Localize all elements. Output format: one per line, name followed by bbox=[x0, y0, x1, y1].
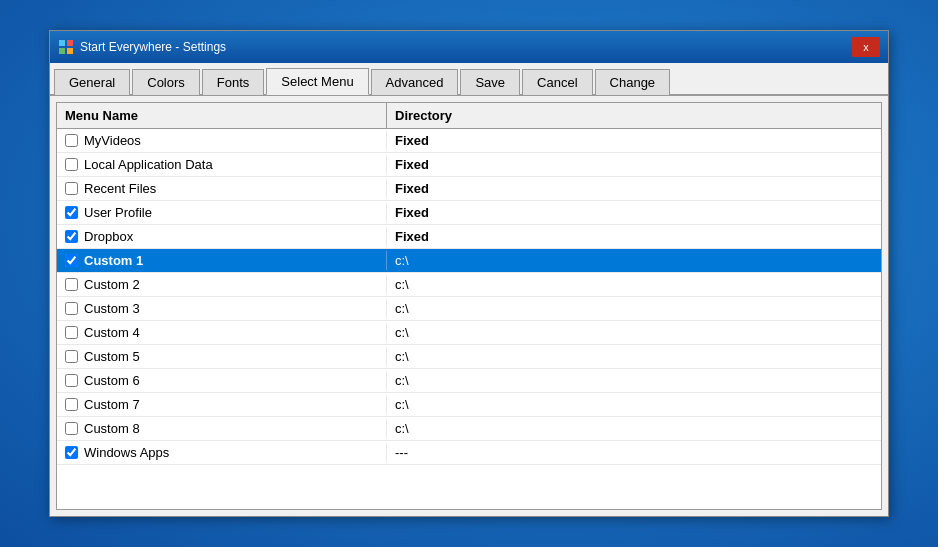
row-checkbox[interactable] bbox=[65, 302, 78, 315]
row-check-cell: Custom 2 bbox=[57, 275, 387, 294]
row-check-cell: Custom 7 bbox=[57, 395, 387, 414]
main-window: Start Everywhere - Settings x General Co… bbox=[49, 30, 889, 517]
row-checkbox[interactable] bbox=[65, 326, 78, 339]
window-title: Start Everywhere - Settings bbox=[80, 40, 852, 54]
row-menu-name: MyVideos bbox=[84, 133, 141, 148]
row-menu-name: Windows Apps bbox=[84, 445, 169, 460]
row-directory: c:\ bbox=[387, 299, 881, 318]
row-directory: Fixed bbox=[387, 227, 881, 246]
row-menu-name: User Profile bbox=[84, 205, 152, 220]
row-menu-name: Custom 4 bbox=[84, 325, 140, 340]
close-button[interactable]: x bbox=[852, 37, 880, 57]
row-directory: c:\ bbox=[387, 419, 881, 438]
row-check-cell: Dropbox bbox=[57, 227, 387, 246]
row-checkbox[interactable] bbox=[65, 350, 78, 363]
table-row[interactable]: Recent FilesFixed bbox=[57, 177, 881, 201]
table-row[interactable]: MyVideosFixed bbox=[57, 129, 881, 153]
row-directory: c:\ bbox=[387, 395, 881, 414]
save-button[interactable]: Save bbox=[460, 69, 520, 95]
table-row[interactable]: DropboxFixed bbox=[57, 225, 881, 249]
row-check-cell: Custom 8 bbox=[57, 419, 387, 438]
tab-general[interactable]: General bbox=[54, 69, 130, 95]
row-menu-name: Recent Files bbox=[84, 181, 156, 196]
app-icon bbox=[58, 39, 74, 55]
col-directory-header: Directory bbox=[387, 103, 881, 128]
row-check-cell: User Profile bbox=[57, 203, 387, 222]
row-check-cell: Custom 5 bbox=[57, 347, 387, 366]
row-check-cell: Custom 3 bbox=[57, 299, 387, 318]
tab-bar: General Colors Fonts Select Menu Advance… bbox=[50, 63, 888, 96]
row-checkbox[interactable] bbox=[65, 182, 78, 195]
row-menu-name: Custom 8 bbox=[84, 421, 140, 436]
tab-fonts[interactable]: Fonts bbox=[202, 69, 265, 95]
row-menu-name: Custom 7 bbox=[84, 397, 140, 412]
row-check-cell: Local Application Data bbox=[57, 155, 387, 174]
row-checkbox[interactable] bbox=[65, 278, 78, 291]
row-menu-name: Custom 6 bbox=[84, 373, 140, 388]
change-button[interactable]: Change bbox=[595, 69, 671, 95]
svg-rect-0 bbox=[59, 40, 65, 46]
row-check-cell: Custom 6 bbox=[57, 371, 387, 390]
table-row[interactable]: Custom 1c:\ bbox=[57, 249, 881, 273]
tab-select-menu[interactable]: Select Menu bbox=[266, 68, 368, 95]
row-checkbox[interactable] bbox=[65, 446, 78, 459]
table-row[interactable]: Windows Apps--- bbox=[57, 441, 881, 465]
table-row[interactable]: Custom 3c:\ bbox=[57, 297, 881, 321]
row-directory: c:\ bbox=[387, 275, 881, 294]
table-body[interactable]: MyVideosFixedLocal Application DataFixed… bbox=[57, 129, 881, 509]
row-directory: c:\ bbox=[387, 323, 881, 342]
table-row[interactable]: Custom 8c:\ bbox=[57, 417, 881, 441]
row-menu-name: Dropbox bbox=[84, 229, 133, 244]
row-menu-name: Custom 2 bbox=[84, 277, 140, 292]
row-directory: c:\ bbox=[387, 347, 881, 366]
row-menu-name: Custom 3 bbox=[84, 301, 140, 316]
table-row[interactable]: Custom 6c:\ bbox=[57, 369, 881, 393]
content-area: Menu Name Directory MyVideosFixedLocal A… bbox=[50, 96, 888, 516]
row-check-cell: Recent Files bbox=[57, 179, 387, 198]
table-row[interactable]: Custom 2c:\ bbox=[57, 273, 881, 297]
cancel-button[interactable]: Cancel bbox=[522, 69, 592, 95]
row-directory: c:\ bbox=[387, 251, 881, 270]
table-row[interactable]: Custom 4c:\ bbox=[57, 321, 881, 345]
row-menu-name: Custom 1 bbox=[84, 253, 143, 268]
table-row[interactable]: Local Application DataFixed bbox=[57, 153, 881, 177]
row-directory: Fixed bbox=[387, 203, 881, 222]
row-checkbox[interactable] bbox=[65, 158, 78, 171]
row-menu-name: Local Application Data bbox=[84, 157, 213, 172]
row-check-cell: Custom 4 bbox=[57, 323, 387, 342]
title-bar: Start Everywhere - Settings x bbox=[50, 31, 888, 63]
row-check-cell: Custom 1 bbox=[57, 251, 387, 270]
row-checkbox[interactable] bbox=[65, 254, 78, 267]
tab-advanced[interactable]: Advanced bbox=[371, 69, 459, 95]
row-checkbox[interactable] bbox=[65, 230, 78, 243]
row-directory: Fixed bbox=[387, 155, 881, 174]
row-menu-name: Custom 5 bbox=[84, 349, 140, 364]
svg-rect-3 bbox=[67, 48, 73, 54]
tab-colors[interactable]: Colors bbox=[132, 69, 200, 95]
table-row[interactable]: User ProfileFixed bbox=[57, 201, 881, 225]
table-row[interactable]: Custom 5c:\ bbox=[57, 345, 881, 369]
row-check-cell: Windows Apps bbox=[57, 443, 387, 462]
svg-rect-2 bbox=[59, 48, 65, 54]
table-header: Menu Name Directory bbox=[57, 103, 881, 129]
row-directory: c:\ bbox=[387, 371, 881, 390]
row-checkbox[interactable] bbox=[65, 374, 78, 387]
row-checkbox[interactable] bbox=[65, 422, 78, 435]
row-check-cell: MyVideos bbox=[57, 131, 387, 150]
menu-table: Menu Name Directory MyVideosFixedLocal A… bbox=[56, 102, 882, 510]
row-directory: Fixed bbox=[387, 179, 881, 198]
table-row[interactable]: Custom 7c:\ bbox=[57, 393, 881, 417]
row-checkbox[interactable] bbox=[65, 134, 78, 147]
row-checkbox[interactable] bbox=[65, 398, 78, 411]
row-directory: Fixed bbox=[387, 131, 881, 150]
row-directory: --- bbox=[387, 443, 881, 462]
row-checkbox[interactable] bbox=[65, 206, 78, 219]
svg-rect-1 bbox=[67, 40, 73, 46]
col-menu-name-header: Menu Name bbox=[57, 103, 387, 128]
